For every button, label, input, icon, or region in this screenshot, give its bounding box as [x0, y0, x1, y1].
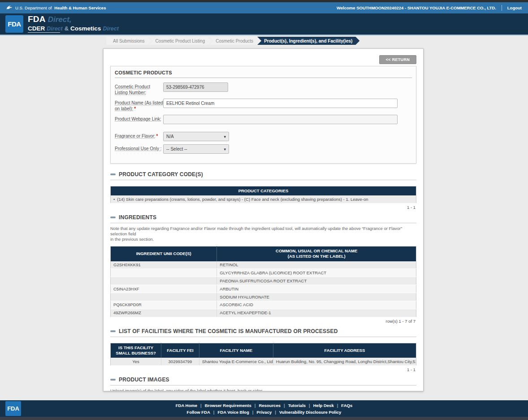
column-header-small-business: IS THIS FACILITY SMALL BUSINESS?	[111, 343, 161, 358]
facility-address-cell: Huarun Building, No. 95, Changping Road,…	[273, 358, 416, 365]
name-cell: ASCORBIC ACID	[217, 301, 416, 309]
webpage-input[interactable]	[163, 115, 398, 124]
column-header-small-business-line2: SMALL BUSINESS?	[113, 351, 159, 356]
ingredients-note: Note that any update regarding Fragrance…	[110, 226, 416, 242]
footer-separator: |	[252, 410, 254, 415]
small-business-cell: Yes	[111, 358, 161, 365]
column-header-unii: INGREDIENT UNII CODE(S)	[111, 246, 217, 261]
welcome-text: Welcome SOUTHMOON20240224 - SHANTOU YOUJ…	[337, 5, 496, 10]
footer-separator: |	[213, 410, 215, 415]
facility-name-cell: Shantou Youjia E-Commerce Co., Ltd.	[199, 358, 273, 365]
field-row-webpage: Product Webpage Link:	[115, 115, 412, 124]
footer-separator: |	[275, 410, 276, 415]
collapse-icon[interactable]	[110, 379, 116, 381]
logout-link[interactable]: Logout	[507, 5, 522, 10]
footer-links-row2: Follow FDA|FDA Voice Blog|Privacy|Vulner…	[0, 409, 528, 416]
footer-separator: |	[284, 403, 285, 408]
brand-cder-direct: Direct	[47, 26, 62, 32]
footer-separator: |	[200, 403, 202, 408]
footer-links-row1: FDA Home|Browser Requirements|Resources|…	[0, 402, 528, 409]
page: U.S. Department of Health & Human Servic…	[0, 0, 528, 420]
pagination: row(s) 1 - 7 of 7	[110, 319, 416, 324]
footer-link-follow-fda[interactable]: Follow FDA	[187, 410, 210, 415]
column-header-facility-name: FACILITY NAME	[199, 343, 273, 358]
fragrance-select[interactable]: N/A ▾	[163, 132, 229, 141]
cder-underline	[28, 32, 60, 33]
fda-logo: FDA	[5, 15, 23, 33]
section-title: LIST OF FACILITIES WHERE THE COSMETIC IS…	[119, 328, 338, 334]
field-row-listing-number: Cosmetic Product Listing Number:	[115, 82, 412, 95]
pagination: 1 - 1	[110, 205, 416, 210]
unii-cell	[111, 269, 217, 277]
unii-cell	[111, 277, 217, 285]
bottom-edge-strip	[0, 417, 528, 420]
brand-cosmetics-direct: Direct	[103, 26, 118, 32]
bullet-icon: •	[113, 197, 115, 202]
name-cell: SODIUM HYALURONATE	[217, 293, 416, 301]
brand-cosmetics: Cosmetics	[70, 25, 101, 32]
column-header-chemical-name-line2: (AS LISTED ON THE LABEL)	[219, 254, 414, 259]
footer-link-browser-requirements[interactable]: Browser Requirements	[205, 403, 251, 408]
footer-separator: |	[255, 403, 256, 408]
webpage-label: Product Webpage Link:	[115, 117, 161, 121]
breadcrumb-cosmetic-product-listing[interactable]: Cosmetic Product Listing	[149, 37, 212, 45]
return-button[interactable]: << RETURN	[379, 55, 416, 64]
pagination: 1 - 1	[110, 367, 416, 372]
product-name-input[interactable]	[163, 99, 398, 108]
product-categories-table: PRODUCT CATEGORIES •(14) Skin care prepa…	[110, 186, 416, 204]
required-asterisk: *	[156, 134, 158, 139]
hhs-agency-prefix: U.S. Department of	[15, 5, 52, 10]
table-row: PQ6CK8PD0RASCORBIC ACID	[111, 301, 416, 309]
ingredients-note-line1: Note that any update regarding Fragrance…	[110, 226, 416, 237]
ingredients-note-line2: in the previous section.	[110, 237, 416, 242]
footer-separator: |	[337, 403, 338, 408]
chevron-down-icon: ▾	[224, 134, 226, 139]
unii-cell: 49ZWR266MZ	[111, 309, 217, 317]
column-header-chemical-name-line1: COMMON, USUAL OR CHEMICAL NAME	[219, 248, 414, 254]
table-row: PAEONIA SUFFRUTICOSA ROOT EXTRACT	[111, 277, 416, 285]
session-area: Welcome SOUTHMOON20240224 - SHANTOU YOUJ…	[337, 5, 522, 11]
hhs-agency: U.S. Department of Health & Human Servic…	[6, 5, 106, 11]
footer-link-help-desk[interactable]: Help Desk	[313, 403, 334, 408]
app-title: FDADirect, CDERDirect&CosmeticsDirect	[28, 15, 119, 32]
main-content-card: << RETURN COSMETIC PRODUCTS Cosmetic Pro…	[103, 48, 424, 391]
professional-use-label: Professional Use Only :	[115, 146, 162, 151]
footer-separator: |	[309, 403, 310, 408]
listing-number-label: Cosmetic Product Listing Number:	[115, 84, 150, 95]
fragrance-selected-value: N/A	[166, 134, 174, 139]
name-cell: ARBUTIN	[217, 285, 416, 293]
section-product-images: PRODUCT IMAGES	[110, 377, 416, 385]
professional-use-select[interactable]: -- Select -- ▾	[163, 144, 229, 154]
footer-link-tutorials[interactable]: Tutorials	[288, 403, 306, 408]
breadcrumb-cosmetic-products[interactable]: Cosmetic Products	[209, 37, 260, 45]
chevron-down-icon: ▾	[224, 147, 226, 152]
footer-link-resources[interactable]: Resources	[259, 403, 281, 408]
hhs-topbar: U.S. Department of Health & Human Servic…	[0, 2, 528, 13]
unii-cell	[111, 293, 217, 301]
breadcrumb: All Submissions Cosmetic Product Listing…	[106, 37, 359, 45]
collapse-icon[interactable]	[110, 173, 116, 175]
footer-link-fda-voice-blog[interactable]: FDA Voice Blog	[218, 410, 249, 415]
unii-cell: G2SH0XKK91	[111, 261, 217, 269]
collapse-icon[interactable]	[110, 330, 116, 332]
footer-link-vulnerability-disclosure[interactable]: Vulnerability Disclosure Policy	[279, 410, 342, 415]
hhs-agency-name: Health & Human Services	[54, 5, 106, 10]
field-row-product-name: Product Name (As listed on label):*	[115, 99, 412, 112]
column-header-small-business-line1: IS THIS FACILITY	[113, 345, 159, 351]
column-header-facility-address: FACILITY ADDRESS	[273, 343, 416, 358]
table-row: •(14) Skin care preparations (creams, lo…	[111, 195, 416, 203]
collapse-icon[interactable]	[110, 216, 116, 218]
ingredients-table: INGREDIENT UNII CODE(S) COMMON, USUAL OR…	[110, 246, 416, 317]
field-row-fragrance: Fragrance or Flavor:* N/A ▾	[115, 132, 412, 141]
name-cell: ACETYL HEXAPEPTIDE-1	[217, 309, 416, 317]
section-product-category-codes: PRODUCT CATEGORY CODE(S)	[110, 171, 416, 180]
footer-link-privacy[interactable]: Privacy	[256, 410, 272, 415]
brand-ampersand: &	[65, 25, 69, 32]
listing-number-input[interactable]	[163, 82, 228, 92]
footer-link-fda-home[interactable]: FDA Home	[176, 403, 197, 408]
table-row: G2SH0XKK91RETINOL	[111, 261, 416, 269]
footer-link-faqs[interactable]: FAQs	[341, 403, 352, 408]
section-facilities: LIST OF FACILITIES WHERE THE COSMETIC IS…	[110, 328, 416, 337]
breadcrumb-all-submissions[interactable]: All Submissions	[106, 37, 152, 45]
section-ingredients: INGREDIENTS	[110, 214, 416, 223]
